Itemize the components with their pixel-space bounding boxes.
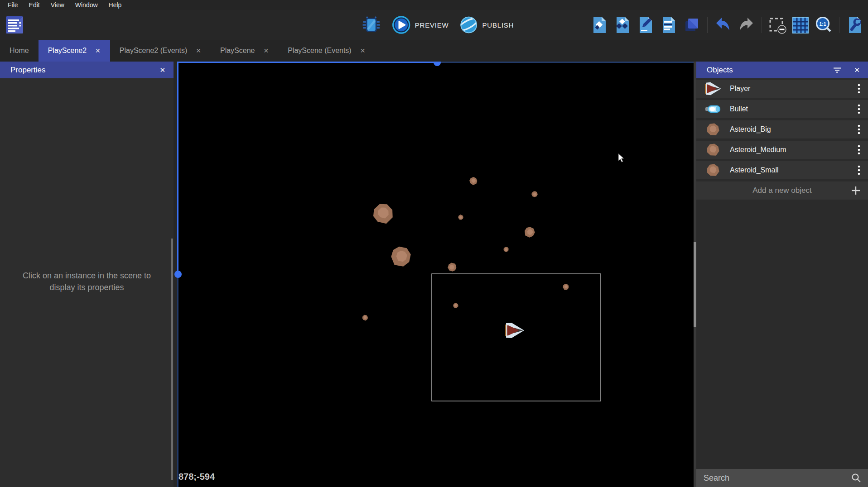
tab-home[interactable]: Home [0,40,39,62]
properties-panel-header: Properties ✕ [0,62,174,78]
object-name: Player [730,85,850,93]
publish-label: PUBLISH [482,21,514,29]
properties-icon[interactable] [636,15,655,34]
toolbar-divider [762,17,762,33]
project-manager-glyph [5,16,24,34]
objects-panel-title: Objects [703,66,833,75]
preview-button[interactable]: PREVIEW [392,15,449,34]
tab-bar: HomePlayScene2✕PlayScene2 (Events)✕PlayS… [0,40,868,62]
close-icon[interactable]: ✕ [158,66,167,74]
layers-icon[interactable] [659,15,678,34]
grid-icon[interactable] [791,15,810,34]
object-menu-icon[interactable] [850,124,868,135]
tab-close-icon[interactable]: ✕ [196,47,201,54]
object-name: Bullet [730,105,850,113]
canvas-left-scrollbar[interactable] [171,239,173,480]
menu-help[interactable]: Help [103,0,127,10]
object-menu-icon[interactable] [850,104,868,115]
properties-panel-title: Properties [7,66,158,75]
undo-arrow-glyph [714,15,733,34]
scene-canvas[interactable] [174,62,694,487]
object-row-asteroid_medium[interactable]: Asteroid_Medium [696,141,868,159]
objects-list: PlayerBulletAsteroid_BigAsteroid_MediumA… [696,80,868,179]
tab-playscene[interactable]: PlayScene✕ [211,40,278,62]
tab-playscene2[interactable]: PlayScene2✕ [39,40,110,62]
toolbar-divider [707,17,708,33]
cursor-coordinates: 878;-594 [178,472,215,482]
objects-search-bar [696,469,868,487]
objects-panel: Objects ✕ PlayerBulletAsteroid_BigAstero… [696,62,868,487]
tab-playscene-events-[interactable]: PlayScene (Events)✕ [278,40,375,62]
publish-button[interactable]: PUBLISH [459,15,514,34]
objects-editor-icon[interactable] [590,15,609,34]
redo-icon[interactable] [737,15,756,34]
object-menu-icon[interactable] [850,144,868,155]
plus-icon [850,185,861,198]
layers-stack-glyph [682,15,701,34]
object-menu-icon[interactable] [850,165,868,176]
doc-list-glyph [659,15,678,34]
search-icon [851,473,862,483]
wrench-doc-glyph [845,15,864,34]
bug-glyph [362,15,381,35]
debug-icon[interactable] [362,15,381,35]
scene-settings-icon[interactable] [845,15,864,34]
player-ship-icon [696,81,730,96]
play-icon [392,15,411,34]
undo-icon[interactable] [714,15,733,34]
object-row-bullet[interactable]: Bullet [696,100,868,118]
preview-label: PREVIEW [415,21,449,29]
add-object-button[interactable]: Add a new object [696,181,868,200]
grid-glyph [791,15,810,34]
dashed-selection-glyph [768,15,787,34]
redo-arrow-glyph [737,15,756,34]
tab-close-icon[interactable]: ✕ [95,47,101,54]
add-object-label: Add a new object [752,186,811,195]
menu-file[interactable]: File [2,0,24,10]
tab-label: PlayScene [220,47,255,55]
object-row-asteroid_big[interactable]: Asteroid_Big [696,120,868,138]
tab-playscene2-events-[interactable]: PlayScene2 (Events)✕ [110,40,211,62]
gdevelop-window: FileEditViewWindowHelp [0,0,868,487]
doc-cubes-glyph [613,15,632,34]
tab-label: PlayScene2 (Events) [120,47,187,55]
object-row-asteroid_small[interactable]: Asteroid_Small [696,161,868,179]
tab-label: PlayScene2 [48,47,87,55]
asteroid-icon [696,143,730,157]
instances-icon[interactable] [682,15,701,34]
filter-icon[interactable] [833,67,842,74]
deselect-icon[interactable] [768,15,787,34]
close-icon[interactable]: ✕ [853,66,861,74]
menu-edit[interactable]: Edit [24,0,45,10]
properties-empty-message: Click on an instance in the scene to dis… [21,270,153,293]
toolbar: PREVIEW PUBLISH [0,10,868,40]
properties-panel: Properties ✕ Click on an instance in the… [0,62,174,487]
publish-globe-icon [459,15,478,34]
toolbar-divider [839,17,839,33]
object-name: Asteroid_Medium [730,146,850,154]
menu-bar: FileEditViewWindowHelp [0,0,868,10]
menu-view[interactable]: View [45,0,70,10]
object-name: Asteroid_Small [730,166,850,174]
tab-label: Home [10,47,29,55]
object-name: Asteroid_Big [730,125,850,134]
asteroid-icon [696,163,730,177]
object-menu-icon[interactable] [850,83,868,94]
object-groups-icon[interactable] [613,15,632,34]
asteroid-icon [696,123,730,136]
bullet-icon [696,103,730,115]
one-to-one-magnifier-glyph: 1:1 [814,15,833,34]
tab-label: PlayScene (Events) [288,47,352,55]
scene-background[interactable] [177,62,694,487]
objects-panel-header: Objects ✕ [696,62,868,78]
scene-border-handle-left[interactable] [174,271,182,278]
tab-close-icon[interactable]: ✕ [360,47,366,54]
object-row-player[interactable]: Player [696,80,868,98]
search-input[interactable] [703,473,851,483]
zoom-original-icon[interactable]: 1:1 [814,15,833,34]
tab-close-icon[interactable]: ✕ [263,47,269,54]
menu-window[interactable]: Window [70,0,103,10]
project-manager-icon[interactable] [5,16,24,34]
doc-pencil-glyph [636,15,655,34]
svg-text:1:1: 1:1 [819,21,826,27]
